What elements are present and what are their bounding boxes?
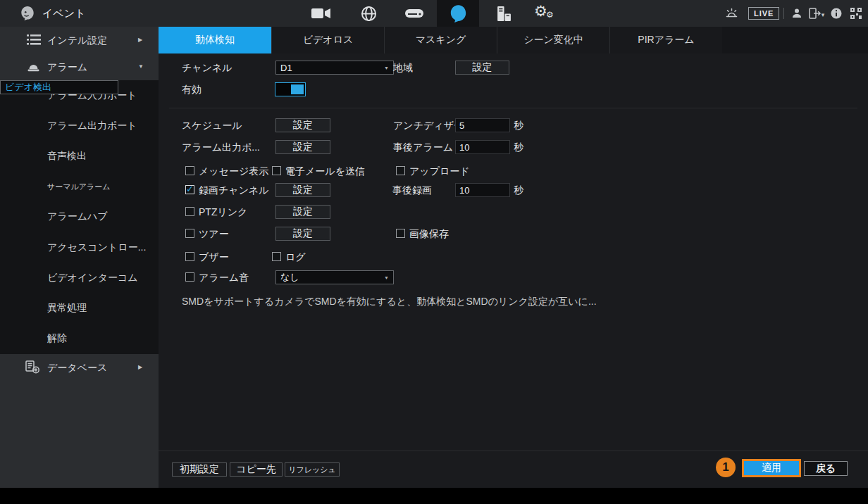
post-record-label: 事後録画 <box>392 183 432 197</box>
buzzer-label: ブザー <box>199 250 229 264</box>
tour-setting-button[interactable]: 設定 <box>275 227 330 241</box>
upload-label: アップロード <box>409 164 470 178</box>
network-globe-icon[interactable] <box>359 0 378 27</box>
sidebar-item-intel-settings[interactable]: インテル設定 <box>0 27 159 53</box>
record-channel-label: 録画チャンネル <box>199 183 269 197</box>
alarm-tone-row: アラーム音 なし <box>159 270 868 284</box>
save-picture-checkbox[interactable] <box>396 229 405 238</box>
region-setting-button[interactable]: 設定 <box>455 61 509 75</box>
log-checkbox[interactable] <box>272 252 281 261</box>
sidebar-item-label: ビデオ検出 <box>5 81 51 94</box>
sidebar-item-label: アラームハブ <box>47 210 108 223</box>
user-icon[interactable] <box>790 0 803 27</box>
channel-select-value: D1 <box>280 63 292 73</box>
device-rack-icon[interactable] <box>493 0 513 27</box>
show-message-label: メッセージ表示 <box>199 164 268 178</box>
smd-note: SMDをサポートするカメラでSMDを有効にすると、動体検知とSMDのリンク設定が… <box>182 294 597 308</box>
upload-checkbox[interactable] <box>396 166 405 175</box>
face-logo-icon <box>18 0 37 27</box>
sidebar-item-video-intercom[interactable]: ビデオインターコム <box>0 263 159 293</box>
sidebar-item-disarm[interactable]: 解除 <box>0 324 159 354</box>
back-button[interactable]: 戻る <box>804 461 848 476</box>
alarm-output-setting-button[interactable]: 設定 <box>275 140 330 154</box>
sidebar-item-alarm-hub[interactable]: アラームハブ <box>0 202 159 232</box>
channel-select[interactable]: D1 <box>275 61 394 75</box>
sidebar-item-video-detection[interactable]: ビデオ検出 <box>0 80 118 94</box>
tab-video-loss[interactable]: ビデオロス <box>271 27 384 53</box>
smd-note-row: SMDをサポートするカメラでSMDを有効にすると、動体検知とSMDのリンク設定が… <box>159 294 868 308</box>
default-button[interactable]: 初期設定 <box>172 462 227 477</box>
enable-row: 有効 <box>159 82 868 96</box>
tab-scene-change[interactable]: シーン変化中 <box>497 27 609 53</box>
alarm-submenu: アラーム入力ポート アラーム出力ポート ビデオ検出 音声検出 サーマルアラーム … <box>0 80 159 354</box>
database-icon <box>25 360 40 377</box>
alarm-output-label: アラーム出力ポ... <box>182 140 260 154</box>
sidebar-item-abnormality[interactable]: 異常処理 <box>0 294 159 324</box>
chevron-down-icon <box>138 53 144 80</box>
sidebar-item-alarm-out-port[interactable]: アラーム出力ポート <box>0 111 159 141</box>
log-label: ログ <box>285 250 306 264</box>
camera-icon[interactable] <box>310 0 331 27</box>
post-alarm-input[interactable] <box>455 140 510 154</box>
notify-options-row: メッセージ表示 電子メールを送信 アップロード <box>159 164 868 178</box>
info-icon[interactable] <box>830 0 843 27</box>
sidebar-item-label: サーマルアラーム <box>47 182 111 192</box>
sidebar-item-access-control[interactable]: アクセスコントロー... <box>0 232 159 263</box>
sidebar-item-audio-detection[interactable]: 音声検出 <box>0 141 159 171</box>
sidebar-item-label: データベース <box>47 354 107 381</box>
logout-icon[interactable] <box>807 0 826 27</box>
tour-row: ツアー 設定 画像保存 <box>159 227 868 241</box>
sidebar-item-label: 解除 <box>47 332 67 345</box>
anti-dither-label: アンチディザー <box>393 118 464 132</box>
sidebar-item-thermal-alarm[interactable]: サーマルアラーム <box>0 172 159 202</box>
ptz-link-checkbox[interactable] <box>185 207 194 216</box>
save-picture-label: 画像保存 <box>409 227 449 241</box>
alarm-tone-checkbox[interactable] <box>185 272 194 282</box>
sidebar-bottom-section: データベース <box>0 354 159 488</box>
tab-pir-alarm[interactable]: PIRアラーム <box>609 27 722 53</box>
event-face-icon[interactable] <box>447 0 469 27</box>
refresh-button[interactable]: リフレッシュ <box>285 462 340 477</box>
tab-bar: 動体検知 ビデオロス マスキング シーン変化中 PIRアラーム <box>159 27 868 53</box>
record-channel-row: 録画チャンネル 設定 事後録画 秒 <box>159 183 868 197</box>
storage-disk-icon[interactable] <box>404 0 424 27</box>
anti-dither-input[interactable] <box>455 118 510 132</box>
send-email-checkbox[interactable] <box>272 166 281 175</box>
copy-to-button[interactable]: コピー先 <box>230 462 283 477</box>
alarm-siren-icon[interactable] <box>724 0 738 27</box>
tab-masking[interactable]: マスキング <box>384 27 497 53</box>
main-panel: 動体検知 ビデオロス マスキング シーン変化中 PIRアラーム チャンネル D1… <box>159 27 868 488</box>
sidebar-item-label: 音声検出 <box>47 150 87 163</box>
sidebar-item-alarm[interactable]: アラーム <box>0 53 159 80</box>
schedule-label: スケジュール <box>182 118 242 132</box>
channel-row: チャンネル D1 地域 設定 <box>159 61 868 75</box>
toggle-knob <box>291 84 304 94</box>
region-label: 地域 <box>393 61 413 75</box>
schedule-setting-button[interactable]: 設定 <box>275 118 330 132</box>
show-message-checkbox[interactable] <box>185 166 194 175</box>
buzzer-checkbox[interactable] <box>185 252 194 261</box>
send-email-label: 電子メールを送信 <box>285 164 365 178</box>
record-channel-setting-button[interactable]: 設定 <box>275 183 330 197</box>
annotation-step-badge: 1 <box>716 458 736 477</box>
qr-code-icon[interactable] <box>850 0 862 27</box>
alarm-tone-label: アラーム音 <box>199 270 249 284</box>
sidebar-top-section: インテル設定 アラーム <box>0 27 159 80</box>
page-title: イベント <box>42 0 85 27</box>
sidebar-item-database[interactable]: データベース <box>0 354 159 381</box>
settings-gears-icon[interactable] <box>534 0 558 27</box>
topbar-divider <box>783 8 784 19</box>
ptz-setting-button[interactable]: 設定 <box>275 205 330 219</box>
chevron-down-icon <box>384 65 389 70</box>
record-channel-checkbox[interactable] <box>185 185 194 194</box>
nvr-event-settings-screen: イベント LIVE <box>0 0 868 504</box>
live-badge[interactable]: LIVE <box>748 7 779 20</box>
enable-toggle[interactable] <box>275 82 306 96</box>
sidebar-item-label: インテル設定 <box>47 27 107 53</box>
alarm-tone-select[interactable]: なし <box>275 270 394 284</box>
tour-checkbox[interactable] <box>185 229 194 238</box>
apply-button[interactable]: 適用 <box>742 459 801 477</box>
sidebar: インテル設定 アラーム アラーム入力ポート アラーム出力ポート ビデオ検出 音声… <box>0 27 159 488</box>
post-record-input[interactable] <box>455 183 510 197</box>
tab-motion-detection[interactable]: 動体検知 <box>159 27 271 53</box>
